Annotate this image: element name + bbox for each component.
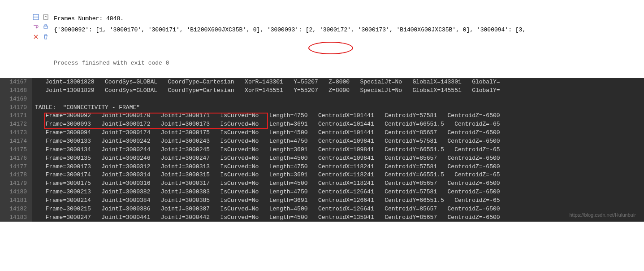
close-icon[interactable] [32, 33, 39, 40]
editor-line: 14182 Frame=3000215 JointI=3000386 Joint… [0, 205, 644, 214]
export-icon[interactable] [42, 13, 49, 21]
code-text: Frame=3000092 JointI=3000170 JointJ=3000… [32, 112, 644, 120]
editor-line: 14167 Joint=13001828 CoordSys=GLOBAL Coo… [0, 78, 644, 87]
editor-line: 14170TABLE: "CONNECTIVITY - FRAME" [0, 104, 644, 112]
code-text: Frame=3000247 JointI=3000441 JointJ=3000… [32, 214, 644, 222]
line-number: 14175 [0, 146, 32, 154]
editor-line: 14180 Frame=3000213 JointI=3000382 Joint… [0, 188, 644, 197]
code-text: Frame=3000173 JointI=3000312 JointJ=3000… [32, 163, 644, 171]
console-panel: Frames Number: 4048. {'3000092': [1, '30… [0, 0, 644, 78]
line-number: 14182 [0, 205, 32, 214]
watermark: https://blog.csdn.net/Hulunbuir [569, 212, 636, 219]
line-number: 14176 [0, 154, 32, 163]
editor-line: 14173 Frame=3000094 JointI=3000174 Joint… [0, 129, 644, 137]
wrap-icon[interactable] [32, 23, 39, 31]
line-number: 14173 [0, 129, 32, 137]
line-number: 14168 [0, 87, 32, 95]
editor-line: 14169 [0, 95, 644, 104]
code-text: Joint=13001829 CoordSys=GLOBAL CoordType… [32, 87, 644, 95]
svg-rect-4 [45, 25, 47, 26]
line-number: 14170 [0, 104, 32, 112]
code-text: Frame=3000094 JointI=3000174 JointJ=3000… [32, 129, 644, 137]
code-text: Joint=13001828 CoordSys=GLOBAL CoordType… [32, 78, 644, 87]
editor-line: 14174 Frame=3000133 JointI=3000242 Joint… [0, 137, 644, 146]
editor-line: 14168 Joint=13001829 CoordSys=GLOBAL Coo… [0, 87, 644, 95]
line-number: 14171 [0, 112, 32, 120]
console-gutter [0, 13, 54, 69]
editor-line: 14181 Frame=3000214 JointI=3000384 Joint… [0, 197, 644, 205]
line-number: 14183 [0, 214, 32, 222]
line-number: 14180 [0, 188, 32, 197]
line-number: 14179 [0, 179, 32, 188]
editor-line: 14177 Frame=3000173 JointI=3000312 Joint… [0, 163, 644, 171]
svg-rect-3 [44, 26, 48, 28]
line-number: 14167 [0, 78, 32, 87]
print-icon[interactable] [42, 23, 49, 31]
code-text: Frame=3000175 JointI=3000316 JointJ=3000… [32, 179, 644, 188]
editor-line: 14178 Frame=3000174 JointI=3000314 Joint… [0, 171, 644, 179]
code-text: TABLE: "CONNECTIVITY - FRAME" [32, 104, 644, 112]
layout-icon[interactable] [32, 13, 39, 21]
editor-line: 14176 Frame=3000135 JointI=3000246 Joint… [0, 154, 644, 163]
editor-line: 14172 Frame=3000093 JointI=3000172 Joint… [0, 120, 644, 129]
code-text: Frame=3000135 JointI=3000246 JointJ=3000… [32, 154, 644, 163]
text-editor[interactable]: 14167 Joint=13001828 CoordSys=GLOBAL Coo… [0, 78, 644, 222]
exit-code-line: Process finished with exit code 0 [54, 58, 644, 69]
code-text: Frame=3000213 JointI=3000382 JointJ=3000… [32, 188, 644, 197]
code-text: Frame=3000214 JointI=3000384 JointJ=3000… [32, 197, 644, 205]
line-number: 14181 [0, 197, 32, 205]
line-number: 14177 [0, 163, 32, 171]
trash-icon[interactable] [42, 33, 49, 40]
code-text: Frame=3000134 JointI=3000244 JointJ=3000… [32, 146, 644, 154]
code-text: Frame=3000093 JointI=3000172 JointJ=3000… [32, 120, 644, 129]
code-text [32, 95, 644, 104]
dict-output-line: {'3000092': [1, '3000170', '3000171', 'B… [54, 25, 644, 36]
line-number: 14178 [0, 171, 32, 179]
code-text: Frame=3000133 JointI=3000242 JointJ=3000… [32, 137, 644, 146]
editor-line: 14183 Frame=3000247 JointI=3000441 Joint… [0, 214, 644, 222]
line-number: 14174 [0, 137, 32, 146]
svg-rect-2 [43, 15, 48, 19]
editor-line: 14179 Frame=3000175 JointI=3000316 Joint… [0, 179, 644, 188]
console-output[interactable]: Frames Number: 4048. {'3000092': [1, '30… [54, 13, 644, 69]
code-text: Frame=3000174 JointI=3000314 JointJ=3000… [32, 171, 644, 179]
editor-line: 14171 Frame=3000092 JointI=3000170 Joint… [0, 112, 644, 120]
line-number: 14172 [0, 120, 32, 129]
code-text: Frame=3000215 JointI=3000386 JointJ=3000… [32, 205, 644, 214]
frames-number-line: Frames Number: 4048. [54, 13, 644, 25]
line-number: 14169 [0, 95, 32, 104]
editor-line: 14175 Frame=3000134 JointI=3000244 Joint… [0, 146, 644, 154]
